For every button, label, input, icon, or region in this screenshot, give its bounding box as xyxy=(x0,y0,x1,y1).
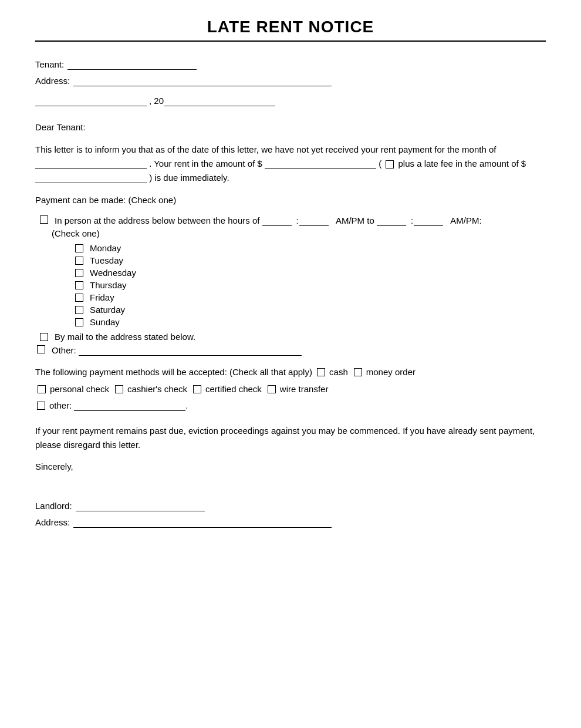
date-input[interactable] xyxy=(35,96,147,106)
personal-check-label: personal check xyxy=(50,381,109,398)
divider xyxy=(35,40,546,42)
pm-row-3: other: . xyxy=(35,397,546,414)
cash-label: cash xyxy=(329,364,348,381)
cashiers-check-checkbox[interactable] xyxy=(115,385,123,393)
minute-to-input[interactable] xyxy=(414,215,443,226)
body-text-1c: plus a late fee in the amount of $ xyxy=(398,159,526,168)
paren-open: ( xyxy=(379,159,381,168)
thursday-checkbox[interactable] xyxy=(75,281,83,289)
colon-2: : xyxy=(411,215,413,225)
monday-label: Monday xyxy=(90,243,121,253)
body-text-1: This letter is to inform you that as of … xyxy=(35,144,496,154)
cash-checkbox[interactable] xyxy=(317,368,325,376)
wire-transfer-label: wire transfer xyxy=(280,381,329,398)
pm-row-1: The following payment methods will be ac… xyxy=(35,364,546,381)
certified-check-label: certified check xyxy=(205,381,262,398)
ampm-to: AM/PM to xyxy=(336,215,374,225)
page-title: LATE RENT NOTICE xyxy=(35,18,546,36)
personal-check-checkbox[interactable] xyxy=(38,385,46,393)
late-fee-input[interactable] xyxy=(35,173,147,183)
other-pm-label: other: xyxy=(49,397,72,414)
friday-label: Friday xyxy=(90,292,114,302)
wire-transfer-checkbox[interactable] xyxy=(268,385,276,393)
friday-checkbox[interactable] xyxy=(75,294,83,302)
tuesday-checkbox[interactable] xyxy=(75,257,83,265)
pm-intro: The following payment methods will be ac… xyxy=(35,364,312,381)
day-friday: Friday xyxy=(70,292,546,302)
other-input[interactable] xyxy=(79,345,302,356)
payment-methods-block: The following payment methods will be ac… xyxy=(35,364,546,414)
tuesday-label: Tuesday xyxy=(90,255,123,265)
body-text-1b: . Your rent in the amount of $ xyxy=(149,159,262,168)
cash-item: cash xyxy=(315,364,348,381)
money-order-checkbox[interactable] xyxy=(354,368,362,376)
wednesday-checkbox[interactable] xyxy=(75,269,83,277)
pm-row-2: personal check cashier's check certified… xyxy=(35,381,546,398)
late-fee-checkbox[interactable] xyxy=(386,160,394,168)
ampm-end: AM/PM: xyxy=(450,215,481,225)
certified-check-item: certified check xyxy=(191,381,262,398)
landlord-address-label: Address: xyxy=(35,517,70,527)
by-mail-row: By mail to the address stated below. xyxy=(35,332,546,342)
landlord-address-input[interactable] xyxy=(73,517,332,528)
by-mail-checkbox[interactable] xyxy=(40,333,48,341)
payment-intro: Payment can be made: (Check one) xyxy=(35,193,546,207)
other-label: Other: xyxy=(52,345,76,355)
by-mail-label: By mail to the address stated below. xyxy=(55,332,195,342)
money-order-label: money order xyxy=(366,364,416,381)
address-input[interactable] xyxy=(73,76,332,86)
dear-salutation: Dear Tenant: xyxy=(35,120,546,134)
hour-from-input[interactable] xyxy=(262,215,292,226)
sunday-label: Sunday xyxy=(90,317,120,327)
day-thursday: Thursday xyxy=(70,280,546,290)
personal-check-item: personal check xyxy=(35,381,109,398)
tenant-input[interactable] xyxy=(67,59,197,70)
sunday-checkbox[interactable] xyxy=(75,318,83,326)
day-sunday: Sunday xyxy=(70,317,546,327)
period: . xyxy=(185,397,188,414)
wire-transfer-item: wire transfer xyxy=(265,381,329,398)
day-saturday: Saturday xyxy=(70,305,546,315)
day-tuesday: Tuesday xyxy=(70,255,546,265)
thursday-label: Thursday xyxy=(90,280,127,290)
colon-1: : xyxy=(296,215,299,225)
tenant-label: Tenant: xyxy=(35,59,64,69)
cashiers-check-label: cashier's check xyxy=(127,381,187,398)
address-label: Address: xyxy=(35,76,70,86)
saturday-checkbox[interactable] xyxy=(75,306,83,314)
date-suffix: , 20 xyxy=(149,96,164,106)
landlord-label: Landlord: xyxy=(35,501,72,511)
monday-checkbox[interactable] xyxy=(75,244,83,252)
eviction-text: If your rent payment remains past due, e… xyxy=(35,424,546,452)
year-input[interactable] xyxy=(164,96,275,106)
cashiers-check-item: cashier's check xyxy=(113,381,187,398)
body-text-1d: ) is due immediately. xyxy=(149,173,229,183)
saturday-label: Saturday xyxy=(90,305,125,315)
in-person-checkbox[interactable] xyxy=(40,215,48,224)
hour-to-input[interactable] xyxy=(377,215,406,226)
day-monday: Monday xyxy=(70,243,546,253)
body-paragraph: This letter is to inform you that as of … xyxy=(35,143,546,185)
money-order-item: money order xyxy=(352,364,416,381)
wednesday-label: Wednesday xyxy=(90,268,136,278)
landlord-input[interactable] xyxy=(76,501,205,511)
certified-check-checkbox[interactable] xyxy=(193,385,201,393)
other-row: Other: xyxy=(35,345,546,356)
month-input[interactable] xyxy=(35,159,147,169)
other-pm-input[interactable] xyxy=(74,400,185,411)
other-pm-checkbox[interactable] xyxy=(37,402,45,410)
rent-amount-input[interactable] xyxy=(265,159,376,169)
minute-from-input[interactable] xyxy=(299,215,329,226)
in-person-label: In person at the address below between t… xyxy=(55,215,259,225)
day-wednesday: Wednesday xyxy=(70,268,546,278)
days-list: Monday Tuesday Wednesday Thursday Friday… xyxy=(70,243,546,327)
sincerely: Sincerely, xyxy=(35,461,546,471)
other-checkbox[interactable] xyxy=(37,345,45,353)
landlord-section: Landlord: Address: xyxy=(35,501,546,528)
check-one-label: (Check one) xyxy=(52,228,546,238)
